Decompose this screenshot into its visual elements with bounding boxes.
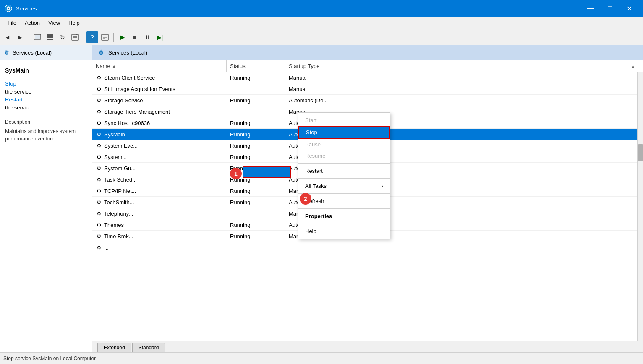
gear-icon: ⚙	[96, 176, 102, 183]
context-menu-all-tasks[interactable]: All Tasks ›	[298, 180, 390, 192]
restart-service-text: the service	[5, 104, 31, 111]
service-startup-cell	[285, 242, 369, 253]
context-menu-pause[interactable]: Pause	[298, 139, 390, 150]
pause-button[interactable]: ⏸	[141, 31, 153, 43]
maximize-button[interactable]: □	[600, 0, 619, 17]
service-startup-cell: Manual	[285, 72, 369, 83]
service-status-cell: Running	[227, 95, 285, 106]
service-status-cell	[227, 106, 285, 117]
service-status-cell: Running	[227, 219, 285, 230]
stop-service-link[interactable]: Stop	[5, 81, 87, 87]
svg-rect-8	[72, 34, 78, 40]
table-row[interactable]: ⚙ Steam Client Service Running Manual	[92, 72, 643, 83]
service-name-cell: ⚙ Themes	[92, 219, 227, 230]
right-panel-header: Services (Local)	[92, 45, 643, 60]
scrollbar-track[interactable]	[637, 60, 643, 341]
service-status-cell	[227, 208, 285, 219]
svg-rect-5	[47, 34, 53, 36]
context-menu-start[interactable]: Start	[298, 114, 390, 126]
stop-toolbar-button[interactable]: ■	[129, 31, 141, 43]
service-name-cell: ⚙ System Eve...	[92, 140, 227, 151]
tab-standard[interactable]: Standard	[132, 343, 165, 352]
service-status-cell: Running	[227, 140, 285, 151]
restart-service-link[interactable]: Restart	[5, 96, 87, 103]
play-button[interactable]: ▶	[116, 31, 128, 43]
table-row[interactable]: ⚙ ...	[92, 242, 643, 253]
service-status-cell: Running	[227, 197, 285, 208]
help-btn[interactable]: ?	[86, 31, 98, 43]
col-header-name[interactable]: Name ▲	[92, 60, 227, 72]
left-panel: Services (Local) SysMain Stop the servic…	[0, 45, 92, 352]
show-console-button[interactable]	[31, 31, 43, 43]
service-status-cell: Running	[227, 231, 285, 242]
back-button[interactable]: ◄	[2, 31, 13, 43]
context-menu-refresh[interactable]: Refresh	[298, 195, 390, 207]
menu-view[interactable]: View	[44, 18, 64, 28]
service-name-cell: ⚙ System...	[92, 151, 227, 162]
col-header-startup[interactable]: Startup Type	[285, 60, 369, 72]
gear-icon: ⚙	[96, 120, 102, 126]
service-name-cell: ⚙ TechSmith...	[92, 197, 227, 208]
gear-icon: ⚙	[96, 165, 102, 172]
left-panel-content: SysMain Stop the service Restart the ser…	[0, 60, 92, 352]
service-name-cell: ⚙ Time Brok...	[92, 231, 227, 242]
service-status-cell: Running	[227, 117, 285, 128]
gear-icon: ⚙	[96, 108, 102, 115]
context-menu-stop[interactable]: Stop	[298, 126, 390, 139]
menu-help[interactable]: Help	[64, 18, 84, 28]
description-label: Description:	[5, 119, 87, 125]
list-button[interactable]	[44, 31, 56, 43]
context-menu-resume[interactable]: Resume	[298, 150, 390, 161]
context-menu-sep-2	[298, 178, 390, 179]
service-name-cell: ⚙ Storage Service	[92, 95, 227, 106]
service-status-cell	[227, 83, 285, 94]
col-header-status[interactable]: Status	[227, 60, 285, 72]
context-menu-help[interactable]: Help	[298, 226, 390, 237]
export-button[interactable]	[69, 31, 81, 43]
tab-extended[interactable]: Extended	[97, 343, 131, 352]
service-name-cell: ⚙ TCP/IP Net...	[92, 185, 227, 196]
table-row[interactable]: ⚙ Storage Service Running Automatic (De.…	[92, 95, 643, 106]
gear-icon: ⚙	[96, 153, 102, 160]
menu-action[interactable]: Action	[21, 18, 44, 28]
left-panel-header: Services (Local)	[0, 45, 92, 60]
bottom-tabs: Extended Standard	[92, 341, 643, 352]
menu-file[interactable]: File	[3, 18, 21, 28]
svg-rect-6	[47, 36, 53, 38]
service-name-cell: ⚙ Steam Client Service	[92, 72, 227, 83]
context-menu-sep-5	[298, 224, 390, 224]
gear-icon: ⚙	[96, 199, 102, 205]
service-name-cell: ⚙ Telephony...	[92, 208, 227, 219]
context-menu-sep-3	[298, 193, 390, 194]
resume-button[interactable]: ▶|	[154, 31, 166, 43]
forward-button[interactable]: ►	[14, 31, 26, 43]
service-startup-cell: Manual	[285, 83, 369, 94]
gear-icon: ⚙	[96, 187, 102, 194]
gear-icon: ⚙	[96, 244, 102, 251]
context-menu-properties[interactable]: Properties	[298, 211, 390, 222]
service-status-cell: Running	[227, 72, 285, 83]
sort-indicator: ∧	[631, 64, 635, 69]
gear-icon: ⚙	[96, 131, 102, 138]
close-button[interactable]: ✕	[619, 0, 639, 17]
left-panel-header-label: Services (Local)	[13, 49, 52, 56]
svg-rect-4	[35, 39, 40, 40]
minimize-button[interactable]: —	[581, 0, 600, 17]
gear-icon: ⚙	[96, 142, 102, 149]
context-menu-restart[interactable]: Restart	[298, 165, 390, 177]
service-status-cell: Running	[227, 185, 285, 196]
scrollbar-thumb[interactable]	[638, 144, 643, 161]
properties-button[interactable]	[99, 31, 111, 43]
toolbar: ◄ ► ↻ ? ▶ ■	[0, 29, 643, 45]
refresh-button[interactable]: ↻	[57, 31, 68, 43]
right-panel-header-label: Services (Local)	[108, 49, 147, 56]
svg-rect-3	[35, 35, 40, 39]
app-icon	[4, 4, 13, 13]
status-bar: Stop service SysMain on Local Computer	[0, 352, 643, 364]
service-status-cell: Running	[227, 151, 285, 162]
right-panel-icon	[97, 49, 105, 57]
service-name-cell: ⚙ Storage Tiers Management	[92, 106, 227, 117]
service-status-cell	[227, 242, 285, 253]
table-row[interactable]: ⚙ Still Image Acquisition Events Manual	[92, 83, 643, 95]
step-badge-1: 1	[230, 168, 242, 179]
